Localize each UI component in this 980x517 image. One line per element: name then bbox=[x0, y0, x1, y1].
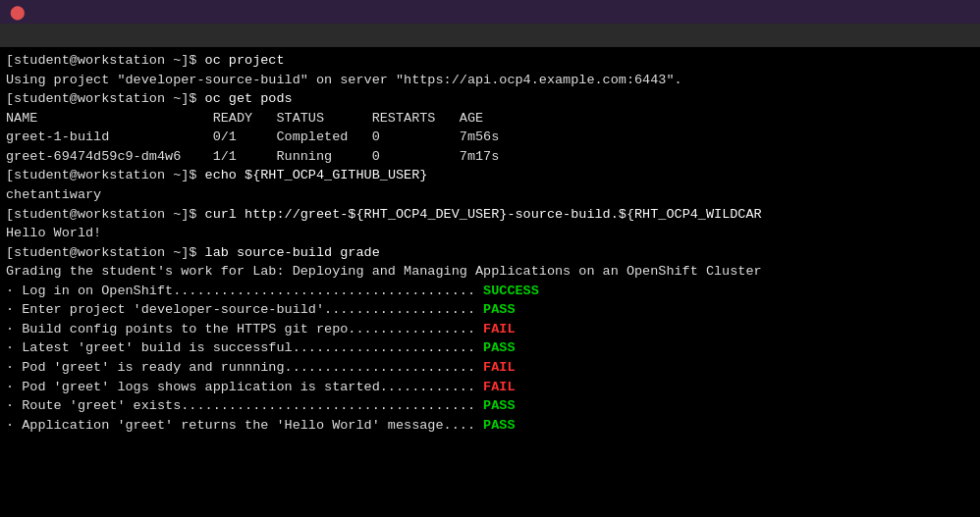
command: lab source-build grade bbox=[205, 245, 380, 260]
terminal-line: [student@workstation ~]$ curl http://gre… bbox=[6, 205, 974, 225]
terminal-content[interactable]: [student@workstation ~]$ oc projectUsing… bbox=[0, 47, 980, 517]
grade-status: PASS bbox=[483, 416, 515, 436]
terminal-line: greet-1-build 0/1 Completed 0 7m56s bbox=[6, 128, 974, 147]
grade-status: FAIL bbox=[483, 358, 515, 378]
grade-text: · Pod 'greet' logs shows application is … bbox=[6, 378, 483, 397]
terminal-line: · Enter project 'developer-source-build'… bbox=[6, 300, 974, 320]
command: curl http://greet-${RHT_OCP4_DEV_USER}-s… bbox=[205, 207, 762, 222]
terminal-line: Grading the student's work for Lab: Depl… bbox=[6, 262, 974, 282]
terminal-line: [student@workstation ~]$ oc project bbox=[6, 51, 974, 71]
terminal-line: · Pod 'greet' logs shows application is … bbox=[6, 378, 974, 397]
system-bar: ⬤ bbox=[0, 0, 980, 24]
grade-text: · Log in on OpenShift...................… bbox=[6, 282, 483, 301]
grade-text: · Build config points to the HTTPS git r… bbox=[6, 320, 483, 339]
prompt: [student@workstation ~]$ bbox=[6, 53, 205, 68]
terminal-line: · Route 'greet' exists..................… bbox=[6, 396, 974, 416]
activities-icon: ⬤ bbox=[10, 4, 26, 20]
grade-status: FAIL bbox=[483, 378, 515, 397]
terminal-line: Hello World! bbox=[6, 224, 974, 243]
terminal-line: greet-69474d59c9-dm4w6 1/1 Running 0 7m1… bbox=[6, 147, 974, 167]
grade-status: PASS bbox=[483, 338, 515, 358]
grade-status: PASS bbox=[483, 300, 515, 320]
command: echo ${RHT_OCP4_GITHUB_USER} bbox=[205, 168, 428, 182]
command: oc project bbox=[205, 53, 285, 68]
grade-text: · Pod 'greet' is ready and runnning.....… bbox=[6, 358, 483, 378]
grade-text: · Enter project 'developer-source-build'… bbox=[6, 300, 483, 320]
menu-help[interactable] bbox=[126, 33, 134, 37]
grade-text: · Route 'greet' exists..................… bbox=[6, 396, 483, 416]
prompt: [student@workstation ~]$ bbox=[6, 245, 205, 260]
grade-status: SUCCESS bbox=[483, 282, 539, 301]
terminal-line: [student@workstation ~]$ oc get pods bbox=[6, 89, 974, 109]
terminal-line: NAME READY STATUS RESTARTS AGE bbox=[6, 109, 974, 129]
prompt: [student@workstation ~]$ bbox=[6, 91, 205, 106]
grade-text: · Application 'greet' returns the 'Hello… bbox=[6, 416, 483, 436]
menu-view[interactable] bbox=[55, 33, 63, 37]
terminal-line: [student@workstation ~]$ echo ${RHT_OCP4… bbox=[6, 166, 974, 185]
terminal-line: [student@workstation ~]$ lab source-buil… bbox=[6, 243, 974, 263]
grade-status: FAIL bbox=[483, 320, 515, 339]
terminal-line: · Latest 'greet' build is successful....… bbox=[6, 338, 974, 358]
menu-terminal[interactable] bbox=[102, 33, 110, 37]
terminal-line: · Pod 'greet' is ready and runnning.....… bbox=[6, 358, 974, 378]
terminal-line: chetantiwary bbox=[6, 185, 974, 205]
terminal-line: Using project "developer-source-build" o… bbox=[6, 71, 974, 90]
prompt: [student@workstation ~]$ bbox=[6, 168, 205, 182]
system-bar-left: ⬤ bbox=[10, 4, 67, 20]
terminal-line: · Application 'greet' returns the 'Hello… bbox=[6, 416, 974, 436]
menu-edit[interactable] bbox=[31, 33, 39, 37]
terminal-lines: [student@workstation ~]$ oc projectUsing… bbox=[6, 51, 974, 435]
terminal-line: · Log in on OpenShift...................… bbox=[6, 282, 974, 301]
grade-status: PASS bbox=[483, 396, 515, 416]
terminal-line: · Build config points to the HTTPS git r… bbox=[6, 320, 974, 339]
activities-button[interactable]: ⬤ bbox=[10, 4, 29, 20]
menu-search[interactable] bbox=[79, 33, 86, 37]
grade-text: · Latest 'greet' build is successful....… bbox=[6, 338, 483, 358]
terminal-menubar bbox=[0, 24, 980, 47]
menu-file[interactable] bbox=[8, 33, 16, 37]
prompt: [student@workstation ~]$ bbox=[6, 207, 205, 222]
terminal-window: [student@workstation ~]$ oc projectUsing… bbox=[0, 24, 980, 517]
command: oc get pods bbox=[205, 91, 293, 106]
